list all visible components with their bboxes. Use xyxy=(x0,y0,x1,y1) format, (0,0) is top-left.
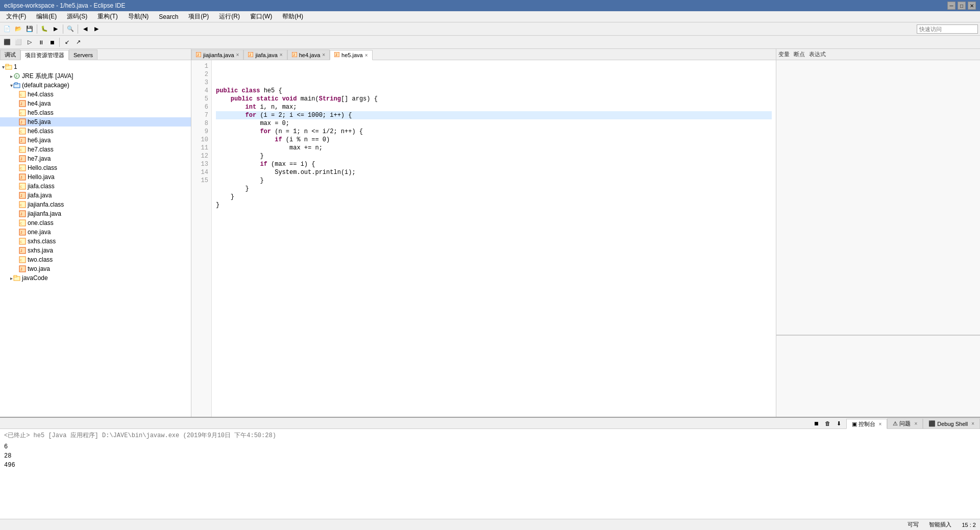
tree-item-he4-class[interactable]: Che4.class xyxy=(0,90,191,99)
menu-item-f[interactable]: 文件(F) xyxy=(2,11,30,22)
code-line-7: if (i % n == 0) xyxy=(216,136,772,144)
tree-item-jre[interactable]: ▸ JJRE 系统库 [JAVA] xyxy=(0,71,191,81)
java-file-icon: J xyxy=(18,136,27,144)
tb2-btn7[interactable]: ↗ xyxy=(73,37,83,47)
menu-item-e[interactable]: 编辑(E) xyxy=(32,11,61,22)
bottom-tab-问题[interactable]: ⚠问题× xyxy=(887,418,923,428)
svg-text:J: J xyxy=(20,139,22,142)
console-output-line: 28 xyxy=(4,451,976,461)
tree-item-jiafa-java[interactable]: Jjiafa.java xyxy=(0,191,191,200)
bottom-tab-close-控制台[interactable]: × xyxy=(879,421,882,427)
svg-text:J: J xyxy=(20,212,22,216)
menu-item-search[interactable]: Search xyxy=(155,12,182,21)
tree-item-he5-class[interactable]: Che5.class xyxy=(0,108,191,117)
tb2-btn6[interactable]: ↙ xyxy=(62,37,72,47)
line-num-9: 9 xyxy=(191,128,208,136)
tree-item-he7-java[interactable]: Jhe7.java xyxy=(0,154,191,163)
menu-item-r[interactable]: 运行(R) xyxy=(215,11,244,22)
save-button[interactable]: 💾 xyxy=(24,24,35,34)
menu-item-t[interactable]: 重构(T) xyxy=(93,11,121,22)
bottom-toolbar: ⏹ 🗑 ⬇ xyxy=(810,418,846,428)
tab-servers[interactable]: Servers xyxy=(69,49,97,60)
code-line-8: max += n; xyxy=(216,144,772,152)
code-line-9: } xyxy=(216,152,772,160)
console-clear-btn[interactable]: 🗑 xyxy=(823,418,833,428)
tab-debug[interactable]: 调试 xyxy=(0,49,20,60)
prev-button[interactable]: ◀ xyxy=(80,24,90,34)
quick-access-input[interactable] xyxy=(917,24,978,34)
menu-item-p[interactable]: 项目(P) xyxy=(184,11,213,22)
tree-item-sxhs-class[interactable]: Csxhs.class xyxy=(0,237,191,246)
editor-container: 调试 项目资源管理器 Servers ▾ 1▸ JJRE 系统库 [JAVA]▾… xyxy=(0,49,980,417)
bottom-tab-Debug Shell[interactable]: ⬛Debug Shell× xyxy=(923,418,980,428)
tree-item-javaCode[interactable]: ▸ javaCode xyxy=(0,273,191,283)
tab-close-jiafa.java[interactable]: × xyxy=(280,52,283,58)
svg-text:J: J xyxy=(20,267,22,271)
java-file-icon: J xyxy=(18,155,27,163)
toolbar-2: ⬛ ⬜ ▷ ⏸ ⏹ ↙ ↗ xyxy=(0,36,980,49)
tree-item-he7-class[interactable]: Che7.class xyxy=(0,145,191,154)
bottom-tab-close-Debug Shell[interactable]: × xyxy=(971,421,974,426)
console-stop-btn[interactable]: ⏹ xyxy=(812,418,822,428)
right-tab-表达式[interactable]: 表达式 xyxy=(809,51,826,58)
tree-item-he6-class[interactable]: Che6.class xyxy=(0,127,191,136)
tree-item-two-class[interactable]: Ctwo.class xyxy=(0,255,191,264)
editor-tab-jiafajava[interactable]: Jjiafa.java× xyxy=(243,49,287,60)
tree-item-jiajianfa-class[interactable]: Cjiajianfa.class xyxy=(0,200,191,209)
editor-tab-jiajianfajava[interactable]: Jjiajianfa.java× xyxy=(191,49,243,60)
java-file-icon: J xyxy=(18,228,27,236)
menu-item-w[interactable]: 窗口(W) xyxy=(246,11,276,22)
editor-tab-he5java[interactable]: Jhe5.java× xyxy=(330,50,372,60)
tree-item-one-java[interactable]: Jone.java xyxy=(0,228,191,237)
tab-icon-he5.java: J xyxy=(334,52,339,58)
right-bottom-content xyxy=(776,335,980,417)
editor-tab-he4java[interactable]: Jhe4.java× xyxy=(287,49,330,60)
tree-item-jiajianfa-java[interactable]: Jjiajianfa.java xyxy=(0,209,191,218)
tree-item-one-class[interactable]: Cone.class xyxy=(0,218,191,228)
tab-close-he5.java[interactable]: × xyxy=(365,53,368,58)
tree-item-he5-java[interactable]: Jhe5.java xyxy=(0,117,191,127)
menu-item-h[interactable]: 帮助(H) xyxy=(278,11,307,22)
run-button[interactable]: ▶ xyxy=(51,24,61,34)
maximize-button[interactable]: □ xyxy=(958,2,966,10)
tab-close-he4.java[interactable]: × xyxy=(322,52,325,58)
tb2-btn1[interactable]: ⬛ xyxy=(2,37,12,47)
svg-rect-5 xyxy=(15,83,17,84)
right-tab-断点[interactable]: 断点 xyxy=(794,51,805,58)
minimize-button[interactable]: ─ xyxy=(947,2,955,10)
svg-text:J: J xyxy=(15,75,17,78)
tab-label-he4.java: he4.java xyxy=(299,52,321,58)
tree-item-he4-java[interactable]: Jhe4.java xyxy=(0,99,191,108)
tree-item-two-java[interactable]: Jtwo.java xyxy=(0,264,191,273)
next-button[interactable]: ▶ xyxy=(91,24,102,34)
tree-item-default-pkg[interactable]: ▾ (default package) xyxy=(0,81,191,90)
tb2-btn4[interactable]: ⏸ xyxy=(36,37,46,47)
tree-item-sxhs-java[interactable]: Jsxhs.java xyxy=(0,246,191,255)
menu-item-s[interactable]: 源码(S) xyxy=(63,11,91,22)
tree-item-he6-java[interactable]: Jhe6.java xyxy=(0,136,191,145)
code-content[interactable]: public class he5 { public static void ma… xyxy=(212,60,776,417)
debug-button[interactable]: 🐛 xyxy=(39,24,50,34)
right-tab-变量[interactable]: 变量 xyxy=(778,51,790,58)
new-button[interactable]: 📄 xyxy=(2,24,12,34)
tree-item-jiafa-class[interactable]: Cjiafa.class xyxy=(0,182,191,191)
line-num-11: 11 xyxy=(191,144,208,152)
tree-item-hello-class[interactable]: CHello.class xyxy=(0,163,191,172)
tree-item-hello-java[interactable]: JHello.java xyxy=(0,172,191,182)
tab-close-jiajianfa.java[interactable]: × xyxy=(236,52,239,58)
console-scroll-btn[interactable]: ⬇ xyxy=(834,418,844,428)
search-button[interactable]: 🔍 xyxy=(65,24,76,34)
bottom-tab-close-问题[interactable]: × xyxy=(914,421,917,426)
close-button[interactable]: ✕ xyxy=(968,2,976,10)
code-editor[interactable]: 123456789101112131415 public class he5 {… xyxy=(191,60,776,417)
bottom-tab-icon-控制台: ▣ xyxy=(852,421,857,427)
line-num-6: 6 xyxy=(191,103,208,111)
bottom-tab-控制台[interactable]: ▣控制台× xyxy=(846,419,888,429)
tab-project-explorer[interactable]: 项目资源管理器 xyxy=(20,50,69,60)
tb2-btn2[interactable]: ⬜ xyxy=(13,37,23,47)
tb2-btn3[interactable]: ▷ xyxy=(24,37,35,47)
menu-item-n[interactable]: 导航(N) xyxy=(124,11,153,22)
open-button[interactable]: 📂 xyxy=(13,24,23,34)
tree-item-root-1[interactable]: ▾ 1 xyxy=(0,62,191,71)
tb2-btn5[interactable]: ⏹ xyxy=(47,37,57,47)
